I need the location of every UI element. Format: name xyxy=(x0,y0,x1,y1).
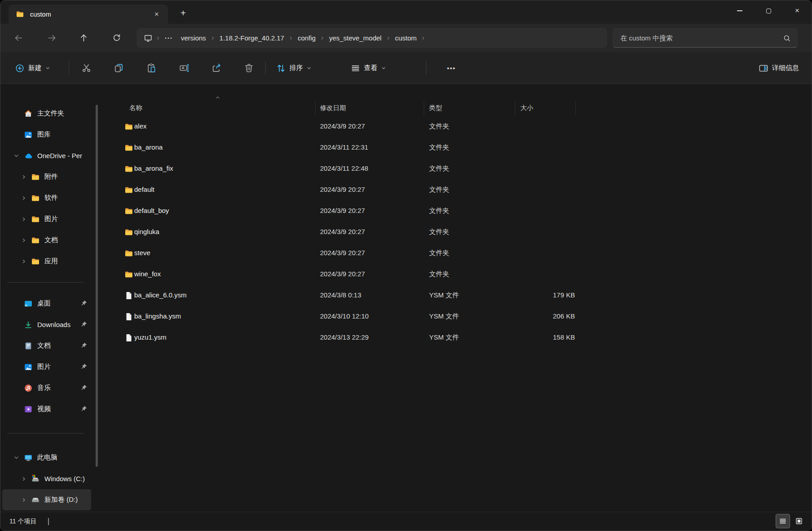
tab-close-icon[interactable]: × xyxy=(151,9,162,20)
chevron-down-icon[interactable] xyxy=(9,455,24,460)
sidebar-item-文档[interactable]: 文档 xyxy=(2,230,91,251)
music-icon xyxy=(24,384,33,393)
column-header-modified[interactable]: 修改日期 xyxy=(320,104,346,112)
breadcrumb-item[interactable]: config xyxy=(294,32,320,44)
sidebar-item-OneDrive - Per[interactable]: OneDrive - Per xyxy=(2,145,91,166)
file-row[interactable]: wine_fox 2024/3/9 20:27 文件夹 xyxy=(104,264,807,285)
new-button[interactable]: 新建 xyxy=(10,60,55,76)
sidebar-item-附件[interactable]: 附件 xyxy=(2,166,91,187)
maximize-button[interactable] xyxy=(754,0,783,21)
sidebar-item-图片[interactable]: 图片 xyxy=(2,208,91,230)
chevron-right-icon[interactable] xyxy=(17,174,31,180)
copy-button[interactable] xyxy=(108,60,129,76)
items-count: 11 个项目 xyxy=(9,518,36,526)
column-header-type[interactable]: 类型 xyxy=(429,104,442,112)
sidebar-item-图库[interactable]: 图库 xyxy=(2,124,91,145)
column-header-size[interactable]: 大小 xyxy=(520,104,533,112)
icons-view-toggle[interactable] xyxy=(792,514,806,528)
this-pc-icon[interactable] xyxy=(144,34,153,43)
file-type: YSM 文件 xyxy=(429,312,459,321)
sidebar-item-Windows (C:)[interactable]: Windows (C:) xyxy=(2,468,91,489)
sidebar-item-应用[interactable]: 应用 xyxy=(2,251,91,272)
chevron-right-icon[interactable] xyxy=(17,497,31,503)
share-button[interactable] xyxy=(206,60,227,76)
address-bar[interactable]: ···versions1.18.2-Forge_40.2.17configyes… xyxy=(137,28,607,48)
details-view-toggle[interactable] xyxy=(776,514,790,528)
sidebar-item-图片[interactable]: 图片 xyxy=(2,356,91,377)
breadcrumb-item[interactable]: 1.18.2-Forge_40.2.17 xyxy=(215,32,288,44)
sidebar-item-label: 图片 xyxy=(44,215,58,223)
details-pane-button[interactable]: 详细信息 xyxy=(754,60,803,76)
file-name: wine_fox xyxy=(134,270,161,278)
pin-icon xyxy=(80,384,88,391)
breadcrumb-overflow[interactable]: ··· xyxy=(161,32,177,44)
chevron-down-icon[interactable] xyxy=(9,153,24,159)
file-row[interactable]: ba_lingsha.ysm 2024/3/10 12:10 YSM 文件 20… xyxy=(104,306,807,327)
chevron-right-icon[interactable] xyxy=(17,476,31,482)
tab-custom[interactable]: custom × xyxy=(9,4,168,24)
chevron-right-icon[interactable] xyxy=(17,195,31,201)
chevron-right-icon[interactable] xyxy=(17,259,31,264)
file-icon xyxy=(124,291,133,300)
sidebar-item-桌面[interactable]: 桌面 xyxy=(2,293,91,314)
sidebar-item-此电脑[interactable]: 此电脑 xyxy=(2,447,91,468)
sidebar-item-软件[interactable]: 软件 xyxy=(2,187,91,208)
sidebar-item-视频[interactable]: 视频 xyxy=(2,398,91,420)
file-name: qingluka xyxy=(134,228,159,235)
column-header-name[interactable]: 名称 xyxy=(129,104,142,112)
up-button[interactable] xyxy=(75,30,92,46)
column-divider[interactable] xyxy=(315,101,316,115)
breadcrumb-item[interactable]: versions xyxy=(177,32,210,44)
minimize-button[interactable] xyxy=(725,0,754,21)
sidebar-item-新加卷 (D:)[interactable]: 新加卷 (D:) xyxy=(2,489,91,510)
sidebar-item-Downloads[interactable]: Downloads xyxy=(2,314,91,335)
chevron-right-icon[interactable] xyxy=(17,238,31,243)
file-row[interactable]: yuzu1.ysm 2024/3/13 22:29 YSM 文件 158 KB xyxy=(104,327,807,349)
close-button[interactable]: × xyxy=(783,0,812,21)
sidebar-scrollbar[interactable] xyxy=(96,105,98,467)
file-row[interactable]: ba_arona 2024/3/11 22:31 文件夹 xyxy=(104,137,807,159)
file-row[interactable]: ba_arona_fix 2024/3/11 22:48 文件夹 xyxy=(104,159,807,180)
breadcrumb-chevron-icon xyxy=(211,36,215,40)
view-button[interactable]: 查看 xyxy=(346,60,391,76)
breadcrumb-item[interactable]: yes_steve_model xyxy=(325,32,386,44)
file-row[interactable]: qingluka 2024/3/9 20:27 文件夹 xyxy=(104,222,807,243)
chevron-down-icon xyxy=(381,66,386,71)
forward-button[interactable] xyxy=(44,30,60,46)
sidebar-item-label: 桌面 xyxy=(37,299,51,308)
search-box[interactable] xyxy=(613,28,798,48)
file-type: 文件夹 xyxy=(429,164,449,173)
folder-icon xyxy=(16,10,24,18)
more-options-button[interactable]: ••• xyxy=(443,60,461,76)
file-row[interactable]: default_boy 2024/3/9 20:27 文件夹 xyxy=(104,201,807,222)
rename-button[interactable] xyxy=(174,60,194,76)
file-name: ba_alice_6.0.ysm xyxy=(134,291,187,299)
sidebar-item-label: Windows (C:) xyxy=(44,475,85,482)
file-row[interactable]: steve 2024/3/9 20:27 文件夹 xyxy=(104,243,807,264)
sidebar-item-音乐[interactable]: 音乐 xyxy=(2,377,91,398)
paste-button[interactable] xyxy=(141,60,162,76)
column-divider[interactable] xyxy=(575,101,576,115)
music-icon xyxy=(24,384,33,393)
sidebar-item-文档[interactable]: 文档 xyxy=(2,335,91,356)
back-button[interactable] xyxy=(10,30,26,46)
file-row[interactable]: ba_alice_6.0.ysm 2024/3/8 0:13 YSM 文件 17… xyxy=(104,285,807,306)
file-modified: 2024/3/9 20:27 xyxy=(320,122,365,130)
search-input[interactable] xyxy=(619,34,783,42)
chevron-right-icon[interactable] xyxy=(17,217,31,222)
delete-button[interactable] xyxy=(238,60,259,76)
breadcrumb-chevron-icon xyxy=(320,36,325,40)
file-row[interactable]: alex 2024/3/9 20:27 文件夹 xyxy=(104,116,807,137)
breadcrumb-item[interactable]: custom xyxy=(391,32,421,44)
column-divider[interactable] xyxy=(515,101,515,115)
details-label: 详细信息 xyxy=(772,64,799,72)
refresh-button[interactable] xyxy=(109,30,125,46)
column-divider[interactable] xyxy=(424,101,424,115)
cut-button[interactable] xyxy=(76,60,97,76)
file-name: default_boy xyxy=(134,207,169,214)
sidebar-item-主文件夹[interactable]: 主文件夹 xyxy=(2,103,91,124)
new-tab-button[interactable]: + xyxy=(176,6,190,20)
search-icon[interactable] xyxy=(783,34,791,42)
file-row[interactable]: default 2024/3/9 20:27 文件夹 xyxy=(104,180,807,201)
sort-button[interactable]: 排序 xyxy=(272,60,316,76)
